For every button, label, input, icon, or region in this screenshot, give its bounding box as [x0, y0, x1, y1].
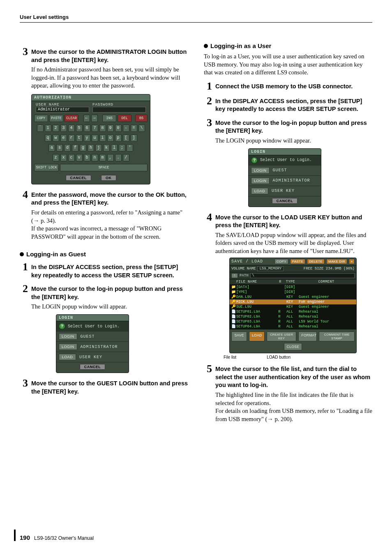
copy-button[interactable]: COPY	[274, 259, 288, 264]
kb-key[interactable]: b	[84, 154, 90, 161]
bs-button[interactable]: BS	[135, 115, 148, 122]
cursor-left-button[interactable]: ←	[83, 115, 90, 122]
save-button[interactable]: SAVE	[231, 332, 247, 341]
kb-key[interactable]: z	[53, 154, 59, 161]
file-name: DAN.L9U	[236, 295, 277, 299]
kb-key[interactable]: h	[88, 144, 94, 152]
load-button[interactable]: LOAD	[59, 354, 76, 360]
space-button[interactable]: SPACE	[60, 164, 148, 171]
kb-key[interactable]: i	[99, 134, 106, 142]
step-body: For details on loading from USB memory, …	[215, 407, 372, 423]
shift-lock-button[interactable]: SHIFT LOCK	[34, 164, 59, 171]
format-button[interactable]: FORMAT	[298, 332, 317, 341]
username-field[interactable]: Administrator	[36, 107, 89, 113]
kb-key[interactable]: n	[92, 154, 98, 161]
file-row[interactable]: 🔑MICK.L9UKEYFoH engineer	[230, 299, 356, 304]
kb-key[interactable]: t	[76, 134, 83, 142]
file-row[interactable]: 🔑DAN.L9UKEYGuest engineer	[230, 295, 356, 299]
kb-key[interactable]: j	[95, 144, 102, 152]
copy-button[interactable]: COPY	[34, 115, 48, 122]
kb-key[interactable]: ]	[131, 134, 137, 142]
cursor-right-button[interactable]: →	[91, 115, 98, 122]
file-name: SETUP04.L9A	[236, 324, 277, 329]
kb-key[interactable]: ,	[107, 154, 114, 161]
comment-timestamp-button[interactable]: COMMENT TIME STAMP	[319, 332, 355, 341]
password-field[interactable]	[92, 107, 146, 113]
kb-key[interactable]: 9	[107, 124, 114, 132]
login-button[interactable]: LOGIN	[59, 333, 77, 340]
paste-button[interactable]: PASTE	[290, 259, 305, 264]
kb-key[interactable]: f	[72, 144, 78, 152]
create-user-key-button[interactable]: CREATE USER KEY	[267, 332, 296, 341]
kb-key[interactable]: '	[127, 144, 133, 152]
kb-key[interactable]: m	[99, 154, 106, 161]
kb-key[interactable]: l	[111, 144, 118, 152]
close-icon[interactable]: ×	[349, 259, 355, 264]
ins-button[interactable]: INS	[102, 115, 116, 122]
kb-key[interactable]: -	[123, 124, 129, 132]
file-row[interactable]: 📄SETUP02.L9ARALLRehearsal	[230, 314, 356, 319]
login-button[interactable]: LOGIN	[59, 343, 77, 350]
kb-key[interactable]: e	[60, 134, 67, 142]
kb-key[interactable]: ;	[119, 144, 125, 152]
cancel-button[interactable]: CANCEL	[66, 175, 92, 181]
kb-key[interactable]: x	[60, 154, 67, 161]
delete-button[interactable]: DELETE	[307, 259, 325, 264]
step-body: For details on entering a password, refe…	[31, 209, 188, 225]
kb-key[interactable]: r	[68, 134, 75, 142]
file-list[interactable]: 📁[DATA][DIR]📁[YPE][DIR]🔑DAN.L9UKEYGuest …	[230, 285, 356, 329]
del-button[interactable]: DEL	[118, 115, 131, 122]
cancel-button[interactable]: CANCEL	[272, 198, 298, 204]
file-row[interactable]: 📁[DATA][DIR]	[230, 285, 356, 290]
paste-button[interactable]: PASTE	[49, 115, 63, 122]
kb-key[interactable]: 6	[84, 124, 90, 132]
kb-key[interactable]: o	[107, 134, 114, 142]
clear-button[interactable]: CLEAR	[65, 115, 78, 122]
kb-key[interactable]: =	[131, 124, 137, 132]
step-body: If no Administrator password has been se…	[31, 66, 188, 90]
kb-key[interactable]: p	[115, 134, 122, 142]
step-body: If the password was incorrect, a message…	[31, 225, 188, 241]
kb-key[interactable]: [	[123, 134, 129, 142]
file-comment	[297, 285, 355, 290]
kb-key[interactable]: 7	[92, 124, 98, 132]
kb-key[interactable]: w	[53, 134, 59, 142]
kb-key[interactable]: 2	[53, 124, 59, 132]
up-dir-button[interactable]: ↑	[231, 273, 238, 278]
kb-key[interactable]: 3	[60, 124, 67, 132]
kb-key[interactable]: c	[68, 154, 75, 161]
cancel-button[interactable]: CANCEL	[80, 364, 106, 370]
file-row[interactable]: 📄SETUP03.L9ARALLLS9 World Tour	[230, 319, 356, 324]
load-button[interactable]: LOAD	[249, 332, 265, 341]
kb-key[interactable]: /	[123, 154, 129, 161]
kb-key[interactable]: .	[115, 154, 122, 161]
kb-key[interactable]: 5	[76, 124, 83, 132]
file-row[interactable]: 🔑SUE.L9UKEYGuest engineer	[230, 304, 356, 309]
login-button[interactable]: LOGIN	[251, 167, 270, 174]
login-button[interactable]: LOGIN	[251, 177, 270, 184]
kb-key[interactable]: 8	[99, 124, 106, 132]
make-dir-button[interactable]: MAKE DIR	[326, 259, 347, 264]
kb-key[interactable]: u	[92, 134, 98, 142]
close-button[interactable]: CLOSE	[284, 343, 302, 350]
kb-key[interactable]: q	[45, 134, 51, 142]
kb-key[interactable]: k	[103, 144, 110, 152]
load-button[interactable]: LOAD	[251, 188, 268, 194]
kb-key[interactable]: g	[80, 144, 86, 152]
kb-key[interactable]: d	[64, 144, 71, 152]
kb-key[interactable]: v	[76, 154, 83, 161]
file-row[interactable]: 📁[YPE][DIR]	[230, 290, 356, 295]
kb-row-1: `1234567890-=\	[32, 123, 150, 133]
kb-key[interactable]: `	[37, 124, 44, 132]
file-row[interactable]: 📄SETUP04.L9ARALLRehearsal	[230, 324, 356, 329]
file-row[interactable]: 📄SETUP01.L9ARALLRehearsal	[230, 309, 356, 314]
kb-key[interactable]: y	[84, 134, 90, 142]
kb-key[interactable]: 0	[115, 124, 122, 132]
kb-key[interactable]: \	[138, 124, 145, 132]
step-body: The LOGIN popup window will appear.	[31, 303, 188, 311]
kb-key[interactable]: 4	[68, 124, 75, 132]
kb-key[interactable]: a	[48, 144, 55, 152]
kb-key[interactable]: s	[56, 144, 63, 152]
kb-key[interactable]: 1	[45, 124, 51, 132]
ok-button[interactable]: OK	[101, 175, 116, 181]
